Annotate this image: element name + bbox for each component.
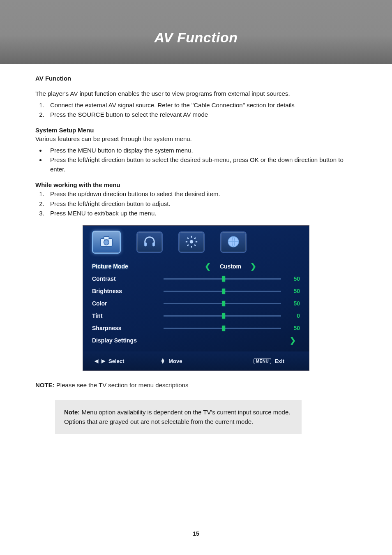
tint-slider[interactable] — [164, 315, 281, 317]
arrow-right-icon[interactable]: ❯ — [250, 263, 256, 270]
row-sharpness[interactable]: Sharpness 50 — [92, 322, 300, 334]
osd-tab-bar — [83, 226, 309, 259]
system-setup-intro: Various features can be preset through t… — [35, 134, 357, 144]
sharpness-slider[interactable] — [164, 328, 281, 329]
row-brightness[interactable]: Brightness 50 — [92, 285, 300, 297]
menu-button-icon: MENU — [254, 358, 271, 364]
triangle-right-icon: ▶ — [101, 358, 105, 364]
triangle-left-icon: ◀ — [95, 358, 98, 364]
working-step: Press the up/down direction buttons to s… — [46, 189, 357, 199]
note-text: Please see the TV section for menu descr… — [55, 382, 189, 388]
av-intro-text: The player's AV input function enables t… — [35, 89, 357, 99]
setup-bullet: Press the left/right direction button to… — [46, 155, 357, 174]
working-with-menu-heading: While working with the menu — [35, 181, 357, 188]
footer-exit-label: Exit — [274, 358, 284, 364]
tab-network[interactable] — [220, 231, 247, 253]
color-value: 50 — [288, 300, 300, 307]
av-function-heading: AV Function — [35, 75, 357, 82]
tab-picture[interactable] — [92, 231, 121, 254]
osd-body: Picture Mode ❮ Custom ❯ Contrast 50 Brig… — [83, 259, 309, 352]
picture-mode-value: Custom — [214, 263, 247, 270]
row-label: Picture Mode — [92, 263, 161, 270]
osd-footer: ◀ ▶ Select ▲ ▼ Move MENU Exit — [83, 352, 309, 370]
page-content: AV Function The player's AV input functi… — [0, 64, 392, 442]
row-label: Tint — [92, 312, 161, 319]
row-label: Sharpness — [92, 325, 161, 331]
note-label: NOTE: — [35, 382, 55, 388]
page-title: AV Function — [0, 30, 392, 46]
color-slider[interactable] — [164, 303, 281, 304]
svg-point-1 — [104, 240, 109, 245]
arrow-left-icon[interactable]: ❮ — [205, 263, 211, 270]
headphones-icon — [143, 235, 157, 250]
working-step: Press MENU to exit/back up the menu. — [46, 208, 357, 218]
globe-icon — [226, 235, 240, 250]
note-see-tv-section: NOTE: Please see the TV section for menu… — [35, 382, 357, 388]
osd-menu-screenshot: Picture Mode ❮ Custom ❯ Contrast 50 Brig… — [83, 225, 309, 371]
tab-audio[interactable] — [136, 231, 163, 253]
row-tint[interactable]: Tint 0 — [92, 310, 300, 322]
page-number: 15 — [0, 530, 392, 537]
contrast-slider[interactable] — [164, 278, 281, 280]
tint-value: 0 — [288, 312, 300, 319]
tab-settings[interactable] — [178, 231, 205, 253]
row-label: Display Settings — [92, 337, 161, 344]
sharpness-value: 50 — [288, 325, 300, 331]
footer-exit: MENU Exit — [254, 358, 284, 364]
note-box-label: Note: — [64, 409, 80, 416]
system-setup-list: Press the MENU button to display the sys… — [35, 146, 357, 174]
triangle-down-icon: ▼ — [160, 361, 165, 364]
svg-point-5 — [190, 240, 194, 243]
brightness-slider[interactable] — [164, 291, 281, 292]
svg-rect-3 — [144, 242, 147, 246]
footer-select-label: Select — [108, 358, 124, 364]
brightness-value: 50 — [288, 288, 300, 294]
av-steps-list: Connect the external AV signal source. R… — [35, 100, 357, 120]
contrast-value: 50 — [288, 275, 300, 282]
av-step: Press the SOURCE button to select the re… — [46, 110, 357, 119]
working-steps-list: Press the up/down direction buttons to s… — [35, 189, 357, 218]
gear-icon — [184, 235, 198, 250]
row-label: Contrast — [92, 275, 161, 282]
row-label: Color — [92, 300, 161, 307]
row-display-settings[interactable]: Display Settings ❯ — [92, 334, 300, 347]
row-picture-mode[interactable]: Picture Mode ❮ Custom ❯ — [92, 260, 300, 273]
note-box: Note: Menu option availability is depend… — [55, 400, 302, 434]
arrow-right-icon[interactable]: ❯ — [290, 336, 296, 345]
camera-icon — [99, 234, 114, 251]
row-color[interactable]: Color 50 — [92, 297, 300, 310]
page-header-band: AV Function — [0, 0, 392, 64]
working-step: Press the left/right direction button to… — [46, 199, 357, 208]
footer-select: ◀ ▶ Select — [95, 358, 124, 364]
svg-rect-4 — [152, 242, 155, 246]
system-setup-heading: System Setup Menu — [35, 127, 357, 134]
footer-move-label: Move — [168, 358, 182, 364]
note-box-text: Menu option availability is dependent on… — [64, 409, 290, 425]
setup-bullet: Press the MENU button to display the sys… — [46, 146, 357, 155]
footer-move: ▲ ▼ Move — [160, 358, 182, 364]
row-contrast[interactable]: Contrast 50 — [92, 273, 300, 285]
svg-rect-2 — [104, 236, 109, 239]
av-step: Connect the external AV signal source. R… — [46, 100, 357, 110]
row-label: Brightness — [92, 288, 161, 294]
